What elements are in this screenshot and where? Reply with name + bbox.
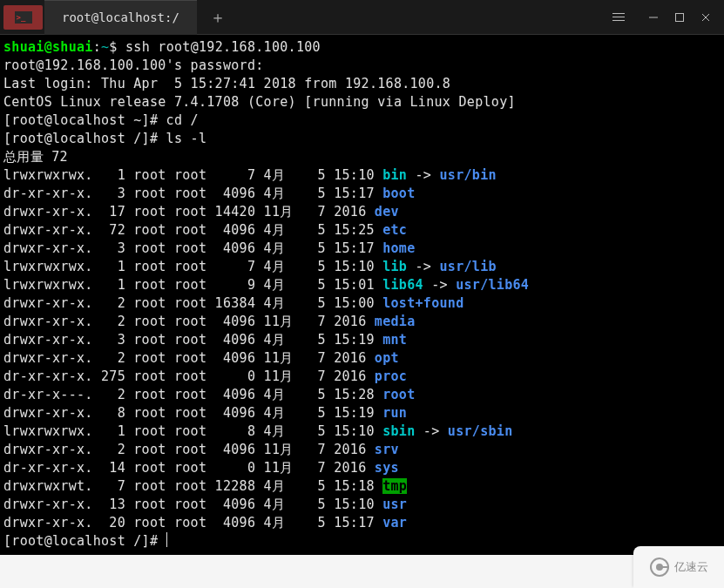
minimize-button[interactable] [640,4,666,30]
watermark-logo-icon [650,558,669,577]
window-controls [606,4,724,30]
menu-button[interactable] [606,4,632,30]
watermark-text: 亿速云 [674,559,708,575]
close-button[interactable] [693,4,719,30]
terminal-window: >_ root@localhost:/ ＋ shuai@shuai:~$ ssh… [0,0,724,555]
maximize-button[interactable] [666,4,693,30]
new-tab-button[interactable]: ＋ [200,0,235,35]
tab-title: root@localhost:/ [62,10,179,24]
watermark: 亿速云 [633,546,724,588]
svg-rect-1 [676,13,684,21]
tab-active[interactable]: root@localhost:/ [44,0,197,35]
titlebar: >_ root@localhost:/ ＋ [0,0,724,35]
terminal-body[interactable]: shuai@shuai:~$ ssh root@192.168.100.100 … [0,35,724,555]
app-icon: >_ [3,5,43,30]
